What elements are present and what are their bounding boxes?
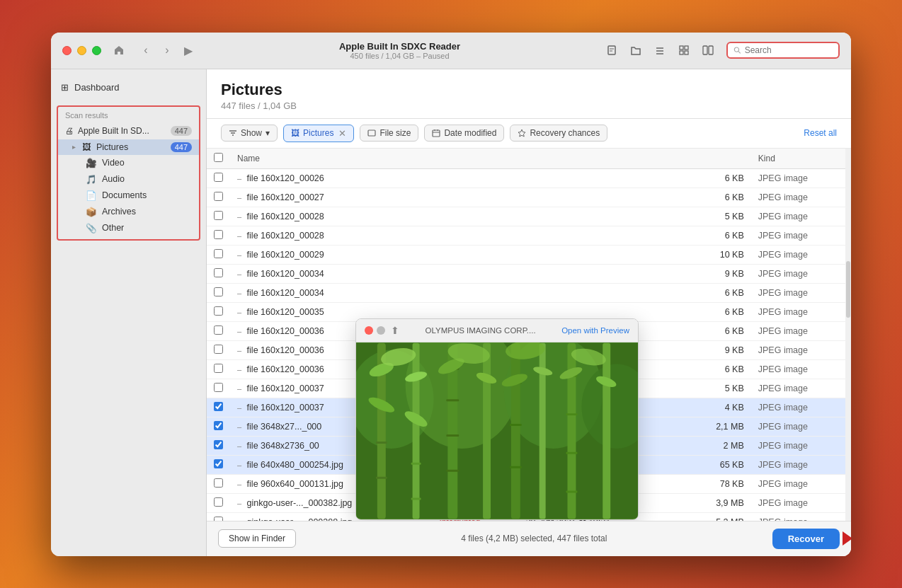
open-with-preview-btn[interactable]: Open with Preview — [561, 326, 629, 335]
search-box[interactable] — [726, 42, 840, 59]
grid-icon-btn[interactable] — [674, 40, 694, 60]
show-in-finder-btn[interactable]: Show in Finder — [218, 529, 296, 548]
remove-pictures-filter[interactable]: ✕ — [338, 128, 346, 139]
row-name: – file 160x120_00029 — [230, 245, 432, 264]
row-status — [432, 264, 518, 283]
back-button[interactable]: ‹ — [137, 41, 155, 59]
recover-button[interactable]: Recover — [772, 529, 840, 549]
row-checkbox[interactable] — [214, 497, 223, 507]
svg-rect-11 — [709, 46, 713, 54]
row-checkbox-cell[interactable] — [207, 321, 230, 340]
row-checkbox-cell[interactable] — [207, 168, 230, 188]
file-type-icon: – — [237, 442, 241, 450]
titlebar: ‹ › ▶ Apple Built In SDXC Reader 450 fil… — [51, 33, 851, 69]
row-checkbox[interactable] — [214, 192, 223, 201]
select-all-checkbox[interactable] — [214, 153, 223, 162]
row-checkbox[interactable] — [214, 364, 223, 373]
play-button[interactable]: ▶ — [179, 41, 198, 59]
row-kind: JPEG image — [751, 474, 851, 493]
sidebar-device-label: Apple Built In SD... — [78, 126, 166, 136]
preview-close-btn[interactable] — [365, 326, 373, 335]
size-column-header — [685, 149, 750, 169]
row-checkbox-cell[interactable] — [207, 283, 230, 302]
row-checkbox-cell[interactable] — [207, 359, 230, 379]
sidebar-item-archives[interactable]: 📦 Archives — [58, 204, 199, 220]
list-icon-btn[interactable] — [650, 40, 670, 60]
row-checkbox[interactable] — [214, 478, 223, 488]
row-checkbox[interactable] — [214, 173, 223, 182]
show-label: Show — [241, 128, 262, 138]
row-checkbox-cell[interactable] — [207, 493, 230, 512]
row-status — [432, 188, 518, 207]
row-checkbox[interactable] — [214, 440, 223, 449]
row-checkbox-cell[interactable] — [207, 417, 230, 436]
svg-rect-54 — [603, 342, 610, 519]
scrollbar-thumb[interactable] — [846, 261, 850, 318]
preview-minimize-btn[interactable] — [377, 326, 385, 335]
row-checkbox[interactable] — [214, 268, 223, 277]
forward-button[interactable]: › — [158, 41, 176, 59]
sidebar-item-documents[interactable]: 📄 Documents — [58, 188, 199, 204]
row-checkbox[interactable] — [214, 517, 223, 521]
recovery-chances-filter-btn[interactable]: Recovery chances — [510, 125, 607, 142]
folder-icon-btn[interactable] — [626, 40, 646, 60]
sidebar-item-pictures[interactable]: ▸ 🖼 Pictures 447 — [58, 139, 199, 155]
fullscreen-button[interactable] — [92, 46, 101, 55]
table-header: Name Kind — [207, 149, 851, 169]
split-icon-btn[interactable] — [698, 40, 718, 60]
row-checkbox[interactable] — [214, 325, 223, 335]
sidebar-device-item[interactable]: 🖨 Apple Built In SD... 447 — [58, 122, 199, 139]
row-checkbox[interactable] — [214, 459, 223, 468]
svg-rect-33 — [413, 342, 420, 519]
close-button[interactable] — [62, 46, 72, 55]
row-checkbox-cell[interactable] — [207, 340, 230, 359]
row-size: 2,1 MB — [685, 417, 750, 436]
row-status — [432, 283, 518, 302]
row-size: 3,9 MB — [685, 493, 750, 512]
show-filter-btn[interactable]: Show ▾ — [221, 125, 278, 142]
file-icon-btn[interactable] — [602, 40, 622, 60]
sidebar-item-dashboard[interactable]: ⊞ Dashboard — [51, 78, 206, 97]
reset-all-btn[interactable]: Reset all — [804, 128, 837, 138]
file-name-text: ginkgo-user-..._000388.jpg — [247, 517, 353, 521]
table-row: – file 160x120_00028 6 KB JPEG image — [207, 226, 851, 245]
row-checkbox[interactable] — [214, 249, 223, 258]
row-date — [519, 188, 685, 207]
row-checkbox-cell[interactable] — [207, 379, 230, 398]
date-modified-filter-btn[interactable]: Date modified — [424, 125, 504, 142]
row-kind: JPEG image — [751, 302, 851, 321]
row-checkbox[interactable] — [214, 402, 223, 411]
search-input[interactable] — [745, 45, 833, 55]
row-checkbox-cell[interactable] — [207, 512, 230, 521]
row-checkbox-cell[interactable] — [207, 398, 230, 417]
row-checkbox[interactable] — [214, 421, 223, 430]
row-checkbox[interactable] — [214, 287, 223, 296]
file-type-icon: – — [237, 422, 241, 431]
home-button[interactable] — [110, 41, 128, 59]
select-all-cell[interactable] — [207, 149, 230, 169]
svg-rect-17 — [368, 130, 375, 136]
star-icon — [518, 129, 526, 137]
row-checkbox-cell[interactable] — [207, 455, 230, 474]
scrollbar[interactable] — [845, 149, 851, 521]
row-checkbox[interactable] — [214, 383, 223, 392]
row-checkbox[interactable] — [214, 211, 223, 220]
row-checkbox-cell[interactable] — [207, 302, 230, 321]
row-checkbox-cell[interactable] — [207, 436, 230, 455]
row-checkbox-cell[interactable] — [207, 207, 230, 226]
row-checkbox-cell[interactable] — [207, 264, 230, 283]
row-checkbox-cell[interactable] — [207, 188, 230, 207]
row-checkbox[interactable] — [214, 230, 223, 239]
minimize-button[interactable] — [77, 46, 86, 55]
row-checkbox[interactable] — [214, 306, 223, 316]
file-size-filter-btn[interactable]: File size — [360, 125, 418, 142]
sidebar-item-other[interactable]: 📎 Other — [58, 220, 199, 236]
row-checkbox[interactable] — [214, 345, 223, 354]
sidebar-item-audio[interactable]: 🎵 Audio — [58, 171, 199, 188]
row-checkbox-cell[interactable] — [207, 474, 230, 493]
row-checkbox-cell[interactable] — [207, 245, 230, 264]
table-row: – file 160x120_00026 6 KB JPEG image — [207, 168, 851, 188]
row-checkbox-cell[interactable] — [207, 226, 230, 245]
sidebar-item-video[interactable]: 🎥 Video — [58, 155, 199, 171]
pictures-filter[interactable]: 🖼 Pictures ✕ — [283, 125, 354, 142]
